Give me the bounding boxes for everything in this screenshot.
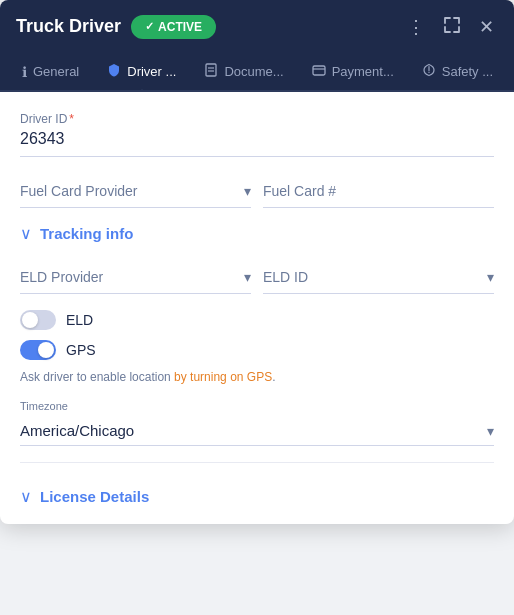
close-button[interactable]: ✕: [475, 16, 498, 38]
timezone-field: Timezone America/Chicago ▾: [20, 400, 494, 446]
status-label: ACTIVE: [158, 20, 202, 34]
tab-documents-label: Docume...: [224, 64, 283, 79]
header-right: ⋮ ✕: [403, 14, 498, 39]
tracking-info-label: Tracking info: [40, 225, 133, 242]
tab-driver[interactable]: Driver ... Driver Details: [93, 53, 190, 92]
gps-toggle-label: GPS: [66, 342, 96, 358]
timezone-value: America/Chicago: [20, 422, 134, 439]
gps-toggle-row: GPS: [20, 340, 494, 360]
modal-title: Truck Driver: [16, 16, 121, 37]
section-divider: [20, 462, 494, 463]
driver-id-label: Driver ID*: [20, 112, 494, 126]
check-icon: ✓: [145, 20, 154, 33]
eld-id-field: ELD ID ▾: [263, 261, 494, 294]
eld-provider-label: ELD Provider: [20, 269, 103, 285]
tracking-info-chevron: ∨: [20, 224, 32, 243]
fuel-card-provider-field: Fuel Card Provider ▾: [20, 175, 251, 208]
eld-toggle-row: ELD: [20, 310, 494, 330]
documents-icon: [204, 63, 218, 80]
svg-rect-0: [206, 64, 216, 76]
eld-toggle-label: ELD: [66, 312, 93, 328]
general-icon: ℹ: [22, 64, 27, 80]
timezone-chevron: ▾: [487, 423, 494, 439]
gps-toggle-knob: [38, 342, 54, 358]
license-details-chevron: ∨: [20, 487, 32, 506]
content-area: Driver ID* 26343 Fuel Card Provider ▾ Fu…: [0, 92, 514, 524]
eld-toggle[interactable]: [20, 310, 56, 330]
eld-row: ELD Provider ▾ ELD ID ▾: [20, 261, 494, 294]
tab-safety[interactable]: Safety ...: [408, 53, 507, 92]
fuel-card-number-field: Fuel Card #: [263, 175, 494, 208]
fuel-card-provider-chevron: ▾: [244, 183, 251, 199]
fuel-card-provider-label: Fuel Card Provider: [20, 183, 138, 199]
fuel-card-row: Fuel Card Provider ▾ Fuel Card #: [20, 175, 494, 208]
eld-id-chevron: ▾: [487, 269, 494, 285]
gps-hint: Ask driver to enable location by turning…: [20, 370, 494, 384]
timezone-label: Timezone: [20, 400, 494, 412]
driver-icon: [107, 63, 121, 80]
expand-button[interactable]: [439, 14, 465, 39]
gps-toggle[interactable]: [20, 340, 56, 360]
tabs-bar: ℹ General Driver ... Driver Details Docu…: [0, 53, 514, 92]
tab-payments-label: Payment...: [332, 64, 394, 79]
tab-driver-label: Driver ...: [127, 64, 176, 79]
tab-general[interactable]: ℹ General: [8, 53, 93, 92]
eld-provider-select[interactable]: ELD Provider ▾: [20, 261, 251, 294]
gps-hint-link[interactable]: by turning on GPS: [174, 370, 272, 384]
header-left: Truck Driver ✓ ACTIVE: [16, 15, 216, 39]
license-details-header[interactable]: ∨ License Details: [20, 479, 494, 514]
svg-rect-3: [313, 66, 325, 75]
fuel-card-number-input[interactable]: Fuel Card #: [263, 175, 494, 208]
status-badge: ✓ ACTIVE: [131, 15, 216, 39]
tab-documents[interactable]: Docume...: [190, 53, 297, 92]
safety-icon: [422, 63, 436, 80]
menu-button[interactable]: ⋮: [403, 16, 429, 38]
eld-toggle-knob: [22, 312, 38, 328]
eld-provider-field: ELD Provider ▾: [20, 261, 251, 294]
modal-container: Truck Driver ✓ ACTIVE ⋮ ✕ ℹ General: [0, 0, 514, 524]
license-details-label: License Details: [40, 488, 149, 505]
fuel-card-provider-select[interactable]: Fuel Card Provider ▾: [20, 175, 251, 208]
fuel-card-number-label: Fuel Card #: [263, 183, 336, 199]
payments-icon: [312, 63, 326, 80]
driver-id-field: Driver ID* 26343: [20, 112, 494, 157]
tracking-info-header[interactable]: ∨ Tracking info: [20, 224, 494, 243]
driver-id-value: 26343: [20, 130, 494, 157]
tab-payments[interactable]: Payment...: [298, 53, 408, 92]
eld-id-select[interactable]: ELD ID ▾: [263, 261, 494, 294]
eld-provider-chevron: ▾: [244, 269, 251, 285]
tab-general-label: General: [33, 64, 79, 79]
modal-header: Truck Driver ✓ ACTIVE ⋮ ✕: [0, 0, 514, 53]
eld-id-label: ELD ID: [263, 269, 308, 285]
timezone-select[interactable]: America/Chicago ▾: [20, 416, 494, 446]
tab-safety-label: Safety ...: [442, 64, 493, 79]
